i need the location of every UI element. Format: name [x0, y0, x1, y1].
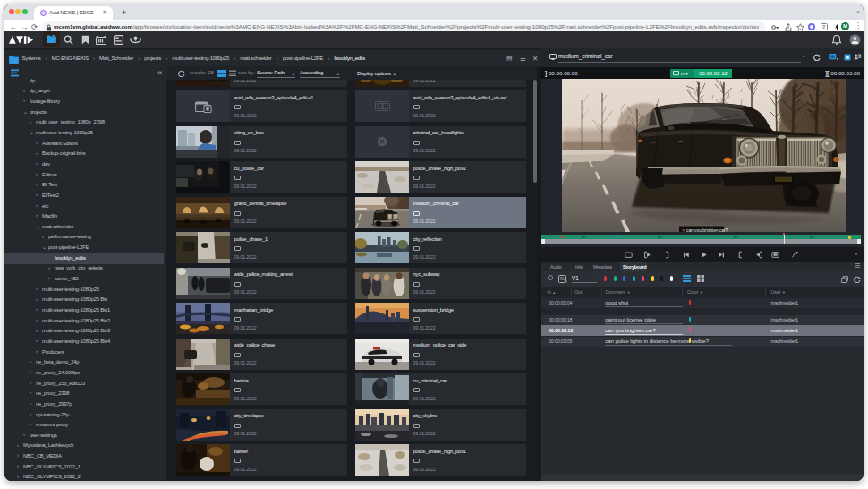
svg-text:can you brighten car?: can you brighten car?	[686, 228, 728, 232]
svg-text:POLICE: POLICE	[377, 356, 390, 360]
svg-text:✕: ✕	[682, 228, 685, 232]
